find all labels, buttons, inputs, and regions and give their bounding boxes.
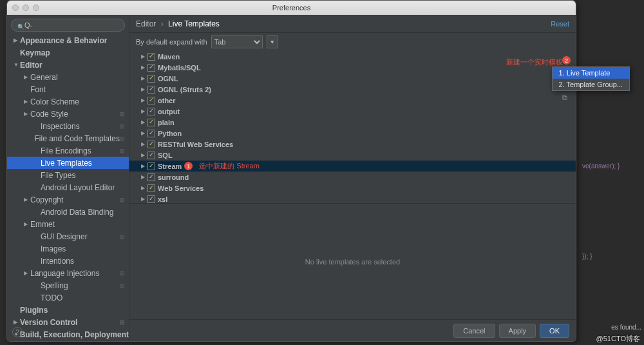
- sidebar-item[interactable]: Font: [7, 83, 129, 95]
- checkbox-icon[interactable]: [147, 97, 155, 104]
- template-row[interactable]: ▶other: [129, 95, 576, 106]
- checkbox-icon[interactable]: [147, 64, 155, 72]
- arrow-icon: ▶: [24, 270, 30, 276]
- sidebar-item-label: Android Layout Editor: [41, 183, 115, 192]
- template-row[interactable]: ▶plain: [129, 117, 576, 128]
- checkbox-icon[interactable]: [147, 53, 155, 61]
- template-row[interactable]: ▶RESTful Web Services: [129, 139, 576, 150]
- close-icon[interactable]: [12, 5, 19, 11]
- annotation-1-text: 选中新建的 Stream: [199, 161, 260, 171]
- sidebar-item[interactable]: Android Layout Editor: [7, 181, 129, 193]
- template-row[interactable]: ▶OGNL (Struts 2): [129, 84, 576, 95]
- sidebar-item[interactable]: ▶Emmet: [7, 218, 129, 230]
- sidebar-item[interactable]: ▶Copyright⊞: [7, 193, 129, 206]
- sidebar-item[interactable]: TODO: [7, 291, 129, 304]
- project-icon: ⊞: [120, 123, 125, 130]
- maximize-icon[interactable]: [33, 5, 39, 11]
- sidebar-item[interactable]: Live Templates: [7, 157, 129, 169]
- checkbox-icon[interactable]: [147, 152, 155, 159]
- sidebar-item[interactable]: ▶Code Style⊞: [7, 108, 129, 120]
- sidebar-item[interactable]: ▶Color Scheme: [7, 95, 129, 108]
- sidebar-item[interactable]: File Encodings⊞: [7, 144, 129, 157]
- sidebar-item[interactable]: ▼Editor: [7, 59, 129, 71]
- checkbox-icon[interactable]: [147, 75, 155, 83]
- template-label: OGNL (Struts 2): [158, 86, 211, 94]
- sidebar-item[interactable]: Keymap: [7, 46, 129, 59]
- sidebar-item[interactable]: Plugins: [7, 304, 129, 316]
- add-popup[interactable]: 1. Live Template2. Template Group...: [552, 66, 630, 91]
- sidebar-item[interactable]: Android Data Binding: [7, 206, 129, 218]
- window-title: Preferences: [272, 4, 310, 12]
- sidebar-item-label: Copyright: [30, 195, 63, 204]
- template-row[interactable]: ▶surround: [129, 172, 576, 182]
- checkbox-icon[interactable]: [147, 86, 155, 94]
- sidebar-item[interactable]: Intentions: [7, 255, 129, 267]
- template-row[interactable]: ▶OGNL: [129, 73, 576, 84]
- arrow-icon: ▶: [141, 196, 147, 202]
- copy-icon[interactable]: ⧉: [562, 94, 571, 102]
- arrow-icon: ▶: [141, 174, 147, 180]
- apply-button[interactable]: Apply: [499, 324, 536, 338]
- sidebar-item-label: Code Style: [30, 110, 68, 119]
- template-row[interactable]: ▶xsl: [129, 193, 576, 203]
- checkbox-icon[interactable]: [147, 119, 155, 126]
- sidebar-item-label: File Types: [41, 171, 75, 180]
- project-icon: ⊞: [120, 270, 125, 277]
- sidebar-item[interactable]: ▶General: [7, 71, 129, 83]
- sidebar-item[interactable]: File Types: [7, 169, 129, 181]
- checkbox-icon[interactable]: [147, 173, 155, 181]
- sidebar-item[interactable]: Spelling⊞: [7, 279, 129, 291]
- sidebar-item[interactable]: ▶Appearance & Behavior: [7, 34, 129, 46]
- dialog-buttons: Cancel Apply OK: [129, 319, 576, 341]
- chevron-down-icon[interactable]: ▼: [267, 35, 278, 48]
- sidebar-item-label: Version Control: [20, 318, 77, 327]
- search-input[interactable]: [11, 19, 125, 32]
- popup-item[interactable]: 2. Template Group...: [553, 79, 629, 90]
- sidebar-item-label: Language Injections: [30, 269, 99, 278]
- sidebar-item-label: GUI Designer: [41, 232, 88, 241]
- breadcrumb: Editor › Live Templates Reset: [129, 15, 576, 33]
- sidebar-item[interactable]: ▼Build, Execution, Deployment: [7, 328, 129, 340]
- template-list[interactable]: ▶Maven▶Mybatis/SQL▶OGNL▶OGNL (Struts 2)▶…: [129, 51, 576, 203]
- expand-select[interactable]: Tab: [211, 35, 263, 48]
- sidebar-item[interactable]: Images: [7, 242, 129, 255]
- crumb-editor[interactable]: Editor: [136, 19, 156, 28]
- sidebar-item-label: Android Data Binding: [41, 208, 113, 217]
- sidebar-item-label: Appearance & Behavior: [20, 36, 107, 45]
- minimize-icon[interactable]: [23, 5, 29, 11]
- arrow-icon: ▶: [14, 37, 20, 43]
- sidebar-item-label: Keymap: [20, 48, 50, 57]
- titlebar[interactable]: Preferences: [7, 1, 576, 15]
- checkbox-icon[interactable]: [147, 184, 155, 192]
- sidebar-item[interactable]: Inspections⊞: [7, 120, 129, 132]
- template-row[interactable]: ▶output: [129, 106, 576, 117]
- sidebar-item[interactable]: ▶Version Control⊞: [7, 316, 129, 328]
- reset-link[interactable]: Reset: [551, 20, 569, 28]
- arrow-icon: ▶: [141, 141, 147, 147]
- cancel-button[interactable]: Cancel: [453, 324, 495, 338]
- checkbox-icon[interactable]: [147, 195, 155, 203]
- popup-item[interactable]: 1. Live Template: [553, 67, 629, 79]
- template-label: Python: [158, 130, 182, 137]
- sidebar-item-label: Color Scheme: [30, 97, 79, 106]
- ok-button[interactable]: OK: [540, 324, 569, 338]
- template-row[interactable]: ▶SQL: [129, 150, 576, 161]
- sidebar-item[interactable]: ▶Language Injections⊞: [7, 267, 129, 279]
- checkbox-icon[interactable]: [147, 108, 155, 115]
- checkbox-icon[interactable]: [147, 130, 155, 137]
- traffic-lights[interactable]: [12, 5, 39, 11]
- template-row[interactable]: ▶Stream1选中新建的 Stream: [129, 161, 576, 172]
- checkbox-icon[interactable]: [147, 163, 155, 170]
- sidebar-item-label: Inspections: [41, 122, 80, 131]
- sidebar-item[interactable]: File and Code Templates⊞: [7, 132, 129, 144]
- settings-tree[interactable]: ▶Appearance & BehaviorKeymap▼Editor▶Gene…: [7, 34, 129, 341]
- annotation-2-badge: 2: [562, 56, 571, 64]
- template-row[interactable]: ▶Web Services: [129, 182, 576, 193]
- sidebar-item[interactable]: GUI Designer⊞: [7, 230, 129, 242]
- checkbox-icon[interactable]: [147, 141, 155, 148]
- template-row[interactable]: ▶Python: [129, 128, 576, 139]
- arrow-icon: ▶: [14, 319, 20, 325]
- help-icon[interactable]: ?: [12, 327, 23, 337]
- main-panel: Editor › Live Templates Reset By default…: [129, 15, 576, 341]
- arrow-icon: ▶: [141, 97, 147, 103]
